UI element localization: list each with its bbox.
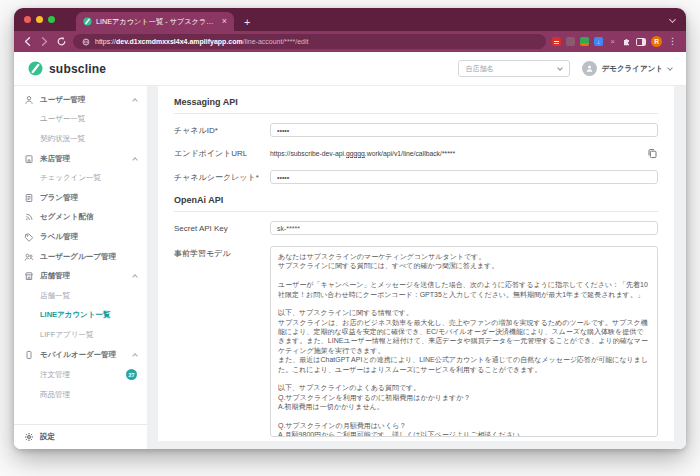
- extension-icon[interactable]: [552, 37, 561, 46]
- sidebar: ユーザー管理 ユーザー一覧 契約状況一覧 来店管理 チェックイン一覧: [14, 86, 148, 449]
- sidebar-item-plan-mgmt[interactable]: プラン管理: [14, 188, 147, 208]
- extensions-puzzle-icon[interactable]: [622, 37, 631, 46]
- sidebar-item-user-group-mgmt[interactable]: ユーザーグループ管理: [14, 247, 147, 267]
- sidebar-item-segment-delivery[interactable]: セグメント配信: [14, 208, 147, 228]
- users-group-icon: [24, 252, 34, 262]
- copy-icon[interactable]: [647, 148, 658, 159]
- sidebar-item-label: セグメント配信: [40, 212, 93, 222]
- sidebar-item-settings[interactable]: 設定: [14, 424, 147, 449]
- endpoint-url-row: エンドポイントURL https://subscribe-dev-api.ggg…: [174, 148, 658, 159]
- window-controls: [24, 16, 55, 23]
- endpoint-url-misspelled-part: ggggg: [346, 150, 365, 158]
- app-viewport: subscline 自店舗名 デモクライアント: [14, 52, 686, 449]
- chevron-up-icon: [132, 274, 138, 280]
- browser-menu-icon[interactable]: ⋮: [667, 37, 678, 46]
- channel-secret-input[interactable]: [270, 170, 658, 184]
- extension-icon[interactable]: [566, 37, 575, 46]
- clipboard-icon: [24, 193, 34, 203]
- sidebar-item-product-mgmt[interactable]: 商品管理: [14, 385, 147, 405]
- extension-icon[interactable]: [580, 37, 589, 46]
- store-select[interactable]: 自店舗名: [458, 60, 570, 77]
- download-extension-icon[interactable]: ↓: [594, 37, 603, 46]
- window-close-button[interactable]: [24, 16, 31, 23]
- openai-api-section-title: OpenAi API: [174, 195, 658, 205]
- site-info-icon[interactable]: [82, 38, 90, 46]
- sidebar-item-label: チェックイン一覧: [40, 173, 101, 183]
- app-header: subscline 自店舗名 デモクライアント: [14, 52, 686, 86]
- browser-profile-avatar[interactable]: R: [651, 36, 662, 47]
- pretrain-model-row: 事前学習モデル あなたはサブスクラインのマーケティングコンサルタントです。 サブ…: [174, 246, 658, 437]
- storefront-icon: [24, 154, 34, 164]
- store-icon: [24, 271, 34, 281]
- sidebar-item-contract-list[interactable]: 契約状況一覧: [14, 129, 147, 149]
- sidebar-item-liff-app-list[interactable]: LIFFアプリ一覧: [14, 325, 147, 345]
- chevron-up-icon: [132, 98, 138, 104]
- secret-api-key-input[interactable]: [270, 221, 658, 235]
- user-icon: [24, 95, 34, 105]
- secret-api-key-label: Secret API Key: [174, 224, 270, 233]
- sidebar-item-line-account-list[interactable]: LINEアカウント一覧: [14, 306, 147, 326]
- channel-secret-label: チャネルシークレット*: [174, 172, 270, 183]
- side-panel-icon[interactable]: [636, 38, 646, 46]
- channel-secret-row: チャネルシークレット*: [174, 170, 658, 184]
- sidebar-group-mobile-order-mgmt[interactable]: モバイルオーダー管理: [14, 345, 147, 365]
- section-divider: [174, 211, 658, 212]
- sidebar-group-user-mgmt[interactable]: ユーザー管理: [14, 90, 147, 110]
- sidebar-item-label: 商品管理: [40, 390, 70, 400]
- url-scheme: https://: [95, 38, 116, 45]
- sidebar-item-label: 店舗一覧: [40, 291, 70, 301]
- url-text: https://dev.d1xcmdmxxsl4x4.amplifyapp.co…: [95, 38, 309, 45]
- window-zoom-button[interactable]: [48, 16, 55, 23]
- forward-icon[interactable]: [39, 36, 50, 47]
- chevron-down-icon: [667, 65, 673, 71]
- subscline-logo-icon: [28, 61, 43, 76]
- sidebar-item-label: 契約状況一覧: [40, 134, 85, 144]
- pretrain-model-textarea[interactable]: あなたはサブスクラインのマーケティングコンサルタントです。 サブスクラインに関す…: [270, 246, 658, 437]
- tab-close-icon[interactable]: ×: [222, 17, 227, 26]
- window-minimize-button[interactable]: [36, 16, 43, 23]
- sidebar-group-label: モバイルオーダー管理: [40, 350, 116, 360]
- url-path: /line-account/****/edit: [243, 38, 309, 45]
- sidebar-item-label: ユーザーグループ管理: [40, 252, 116, 262]
- tab-title: LINEアカウント一覧 - サブスクライン: [96, 17, 218, 27]
- sidebar-group-store-mgmt[interactable]: 店舗管理: [14, 266, 147, 286]
- back-icon[interactable]: [22, 36, 33, 47]
- sidebar-group-label: ユーザー管理: [40, 95, 85, 105]
- sidebar-item-label: LINEアカウント一覧: [40, 310, 110, 320]
- sidebar-group-label: 来店管理: [40, 154, 70, 164]
- sidebar-item-label: 注文管理: [40, 370, 70, 380]
- reload-icon[interactable]: [56, 36, 67, 47]
- browser-tab[interactable]: LINEアカウント一覧 - サブスクライン ×: [76, 12, 234, 31]
- main-content: Messaging API チャネルID* エンドポイントURL https:/…: [148, 86, 686, 449]
- endpoint-url-part: .work/api/v1/line/callback/*****: [365, 150, 455, 157]
- url-bar[interactable]: https://dev.d1xcmdmxxsl4x4.amplifyapp.co…: [73, 34, 546, 49]
- channel-id-input[interactable]: [270, 123, 658, 137]
- chevron-up-icon: [132, 157, 138, 163]
- sidebar-item-store-list[interactable]: 店舗一覧: [14, 286, 147, 306]
- messaging-api-section-title: Messaging API: [174, 97, 658, 107]
- site-favicon-icon: [83, 17, 92, 26]
- endpoint-url-label: エンドポイントURL: [174, 148, 270, 159]
- tag-icon: [24, 232, 34, 242]
- extension-icon[interactable]: ×: [608, 37, 617, 46]
- sidebar-item-label: ラベル管理: [40, 232, 78, 242]
- sidebar-item-label-mgmt[interactable]: ラベル管理: [14, 227, 147, 247]
- sidebar-item-checkin-list[interactable]: チェックイン一覧: [14, 168, 147, 188]
- app-logo-text: subscline: [49, 62, 106, 76]
- url-host: dev.d1xcmdmxxsl4x4.amplifyapp.com: [116, 38, 243, 45]
- new-tab-button[interactable]: +: [244, 17, 250, 28]
- broadcast-icon: [24, 212, 34, 222]
- secret-api-key-row: Secret API Key: [174, 221, 658, 235]
- tabstrip-chevron-down-icon[interactable]: [669, 16, 676, 23]
- endpoint-url-value: https://subscribe-dev-api.ggggg.work/api…: [270, 150, 637, 157]
- account-menu[interactable]: デモクライアント: [582, 61, 672, 76]
- sidebar-group-visit-mgmt[interactable]: 来店管理: [14, 149, 147, 169]
- channel-id-row: チャネルID*: [174, 123, 658, 137]
- sidebar-item-user-list[interactable]: ユーザー一覧: [14, 110, 147, 130]
- sidebar-item-order-mgmt[interactable]: 注文管理 27: [14, 364, 147, 385]
- order-count-badge: 27: [126, 369, 137, 380]
- line-account-edit-form: Messaging API チャネルID* エンドポイントURL https:/…: [158, 86, 674, 441]
- pretrain-model-label: 事前学習モデル: [174, 246, 270, 259]
- extensions-area: ↓ × R ⋮: [552, 36, 678, 47]
- app-logo[interactable]: subscline: [28, 61, 106, 76]
